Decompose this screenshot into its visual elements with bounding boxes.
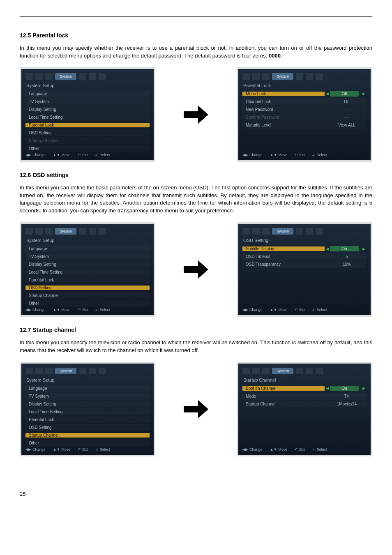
setup-list: LanguageTV SystemDisplay SettingLocal Ti… <box>25 90 150 152</box>
menu-item-label: Language <box>25 92 150 96</box>
menu-item[interactable]: Other <box>25 145 150 152</box>
menu-item[interactable]: Language <box>25 90 150 97</box>
setting-label: Maturity Level <box>242 123 330 127</box>
setup-list: LanguageTV SystemDisplay SettingLocal Ti… <box>25 385 150 447</box>
panel-title: Parental Lock <box>242 81 367 90</box>
footer-change: ◀▶ Change <box>25 153 46 157</box>
osd-footer: ◀▶ Change ▲▼ Move ↶ Ext ↲ Select <box>25 153 150 157</box>
menu-item[interactable]: Local Time Setting <box>25 269 150 276</box>
menu-item-label: Startup Channel <box>25 433 150 438</box>
menu-item-label: OSD Setting <box>25 131 150 135</box>
setting-value: On <box>330 99 367 104</box>
setting-value: ---- <box>330 107 367 112</box>
menu-item[interactable]: Startup Channel <box>25 137 150 144</box>
menu-item-label: Other <box>25 146 150 151</box>
osd-system-setup-parental: System System Setup LanguageTV SystemDis… <box>20 67 155 162</box>
footer-exit: ↶ Ext <box>78 153 88 157</box>
menu-item[interactable]: Parental Lock <box>25 122 150 129</box>
parental-rows: Menu Lock◀Off▶Channel LockOnNew Password… <box>242 90 367 129</box>
menu-item[interactable]: Startup Channel <box>25 292 150 299</box>
setting-value: TV <box>330 394 367 398</box>
menu-item[interactable]: TV System <box>25 98 150 105</box>
setting-row[interactable]: OSD Timeout5 <box>242 253 367 260</box>
page-number: 25 <box>20 491 372 497</box>
setting-value: 10% <box>330 262 367 267</box>
menu-item[interactable]: Local Time Setting <box>25 114 150 121</box>
setting-label: Menu Lock <box>242 92 325 96</box>
setting-label: New Password <box>242 107 330 112</box>
menu-item-label: Display Setting <box>25 262 150 267</box>
menu-item-label: Startup Channel <box>25 138 150 143</box>
tab-icon <box>89 73 96 80</box>
arrow-icon <box>180 102 212 127</box>
setting-label: Mode <box>242 394 330 398</box>
figure-row-startup: System System Setup LanguageTV SystemDis… <box>20 362 372 456</box>
osd-rows: Subtitle Display◀On▶OSD Timeout5OSD Tran… <box>242 245 367 268</box>
menu-item[interactable]: TV System <box>25 253 150 260</box>
menu-item-label: TV System <box>25 99 150 104</box>
tab-icon <box>79 73 86 80</box>
menu-item[interactable]: OSD Setting <box>25 424 150 431</box>
setting-value: 1Movies24 <box>330 402 367 406</box>
menu-item[interactable]: Other <box>25 300 150 307</box>
osd-osd-setting: System OSD Setting Subtitle Display◀On▶O… <box>237 222 372 317</box>
setting-row[interactable]: Subtitle Display◀On▶ <box>242 245 367 252</box>
setting-row[interactable]: Startup Channel1Movies24 <box>242 401 367 408</box>
setting-label: OSD Transparency <box>242 262 330 267</box>
menu-item-label: Local Time Setting <box>25 270 150 274</box>
menu-item[interactable]: Language <box>25 245 150 252</box>
setting-row[interactable]: Channel LockOn <box>242 98 367 105</box>
menu-item-label: Display Setting <box>25 107 150 112</box>
tab-icon <box>99 73 106 80</box>
menu-item[interactable]: OSD Setting <box>25 129 150 136</box>
right-triangle-icon: ▶ <box>361 247 367 251</box>
setting-row[interactable]: OSD Transparency10% <box>242 261 367 268</box>
setting-label: Confirm Password <box>242 115 330 120</box>
menu-item-label: OSD Setting <box>25 286 150 290</box>
setting-label: Startup Channel <box>242 402 330 406</box>
menu-item[interactable]: Display Setting <box>25 401 150 408</box>
startup-rows: Boot on Channel◀On▶ModeTVStartup Channel… <box>242 385 367 408</box>
menu-item[interactable]: Parental Lock <box>25 276 150 283</box>
para-parental-a: In this menu you may specify whether the… <box>20 45 372 59</box>
menu-item-label: Parental Lock <box>25 123 150 127</box>
heading-osd-settings: 12.6 OSD settings <box>20 172 372 178</box>
setting-row[interactable]: Confirm Password---- <box>242 114 367 121</box>
setting-label: Subtitle Display <box>242 246 325 251</box>
para-osd-settings: In this menu you can define the basic pa… <box>20 184 372 215</box>
menu-item[interactable]: OSD Setting <box>25 284 150 291</box>
footer-select: ↲ Select <box>95 153 110 157</box>
left-triangle-icon: ◀ <box>325 386 330 390</box>
osd-system-setup-startup: System System Setup LanguageTV SystemDis… <box>20 362 155 456</box>
setting-value: On <box>330 386 359 391</box>
menu-item[interactable]: Display Setting <box>25 106 150 113</box>
setting-row[interactable]: Boot on Channel◀On▶ <box>242 385 367 392</box>
menu-item[interactable]: Other <box>25 440 150 447</box>
setting-value: ---- <box>330 115 367 120</box>
menu-item[interactable]: Local Time Setting <box>25 408 150 415</box>
osd-system-setup-osd: System System Setup LanguageTV SystemDis… <box>20 222 155 317</box>
setting-row[interactable]: ModeTV <box>242 393 367 400</box>
setting-row[interactable]: New Password---- <box>242 106 367 113</box>
menu-item[interactable]: Parental Lock <box>25 416 150 423</box>
menu-item-label: Parental Lock <box>25 278 150 282</box>
page-top-rule <box>20 16 372 17</box>
setting-row[interactable]: Maturity LevelView ALL <box>242 122 367 129</box>
figure-row-parental: System System Setup LanguageTV SystemDis… <box>20 67 372 162</box>
menu-item[interactable]: Startup Channel <box>25 432 150 439</box>
menu-item-label: Display Setting <box>25 402 150 406</box>
menu-item[interactable]: TV System <box>25 393 150 400</box>
setting-label: Channel Lock <box>242 99 330 104</box>
para-parental-lock: In this menu you may specify whether the… <box>20 44 372 60</box>
menu-item-label: TV System <box>25 394 150 398</box>
menu-item-label: OSD Setting <box>25 425 150 430</box>
menu-item[interactable]: Display Setting <box>25 261 150 268</box>
menu-item-label: Startup Channel <box>25 293 150 298</box>
right-triangle-icon: ▶ <box>361 386 367 390</box>
setting-value: 5 <box>330 254 367 259</box>
menu-item[interactable]: Language <box>25 385 150 392</box>
setup-list: LanguageTV SystemDisplay SettingLocal Ti… <box>25 245 150 307</box>
tab-system: System <box>55 73 76 80</box>
setting-row[interactable]: Menu Lock◀Off▶ <box>242 90 367 97</box>
footer-move: ▲▼ Move <box>53 153 71 157</box>
